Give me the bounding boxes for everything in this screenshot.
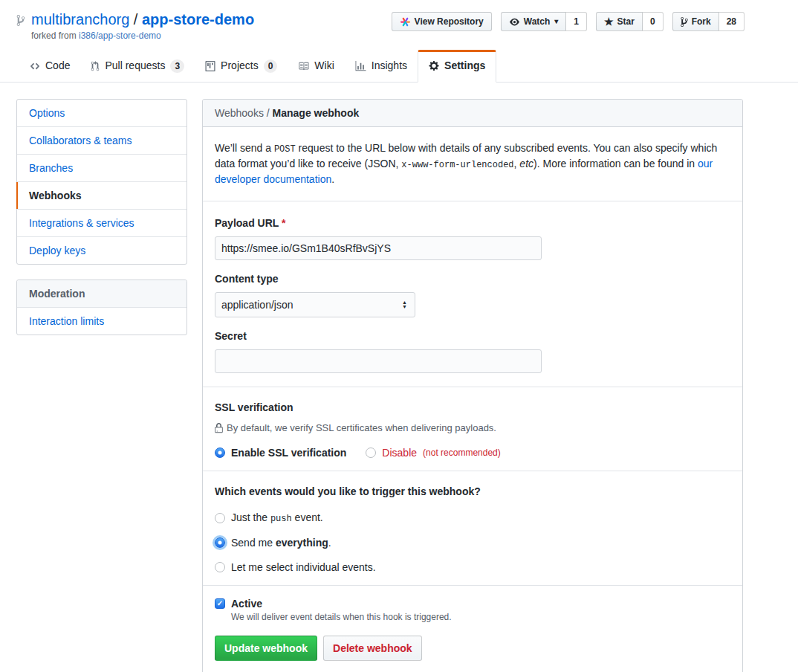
- event-everything-radio[interactable]: [215, 537, 225, 548]
- secret-label: Secret: [215, 329, 730, 343]
- content-type-value: application/json: [221, 299, 293, 311]
- intro-part1: We’ll send a: [215, 142, 274, 154]
- sidebar-item-integrations[interactable]: Integrations & services: [17, 210, 186, 237]
- tab-code[interactable]: Code: [19, 50, 80, 82]
- fork-button[interactable]: Fork: [672, 12, 719, 31]
- settings-menu: Options Collaborators & teams Branches W…: [16, 99, 187, 265]
- intro-code-post: POST: [274, 144, 296, 155]
- tab-insights[interactable]: Insights: [345, 50, 418, 82]
- star-icon: ★: [604, 17, 614, 26]
- tab-projects-label: Projects: [221, 59, 259, 73]
- smee-icon: [400, 16, 411, 28]
- active-checkbox[interactable]: [215, 598, 225, 609]
- eye-icon: [509, 17, 520, 27]
- tab-wiki-label: Wiki: [314, 59, 334, 73]
- repo-header: multibranchorg / app-store-demo forked f…: [0, 0, 798, 83]
- event-everything-part1: Send me: [231, 537, 276, 549]
- tab-code-label: Code: [45, 59, 70, 73]
- content-type-select[interactable]: application/json ▲▼: [215, 292, 415, 317]
- ssl-disable-radio[interactable]: [366, 448, 376, 458]
- projects-counter: 0: [264, 59, 278, 73]
- repo-owner-link[interactable]: multibranchorg: [31, 11, 129, 28]
- delete-webhook-button[interactable]: Delete webhook: [323, 636, 422, 661]
- moderation-heading: Moderation: [17, 280, 186, 308]
- tab-pull-requests-label: Pull requests: [105, 59, 165, 73]
- ssl-disable-note: (not recommended): [423, 448, 501, 458]
- sidebar-item-interaction-limits[interactable]: Interaction limits: [17, 308, 186, 335]
- active-section: Active We will deliver event details whe…: [203, 586, 742, 672]
- active-option[interactable]: Active: [215, 598, 730, 610]
- watch-count[interactable]: 1: [566, 12, 587, 31]
- payload-url-label: Payload URL *: [215, 216, 730, 230]
- breadcrumb-separator: /: [264, 107, 273, 119]
- ssl-section: SSL verification By default, we verify S…: [203, 387, 742, 471]
- view-repository-label: View Repository: [415, 15, 484, 28]
- event-individual-label: Let me select individual events.: [231, 561, 376, 573]
- sidebar-item-webhooks[interactable]: Webhooks: [17, 182, 186, 210]
- event-option-push[interactable]: Just the push event.: [215, 511, 730, 524]
- watch-button[interactable]: Watch ▾: [501, 12, 567, 31]
- repo-name-link[interactable]: app-store-demo: [142, 11, 254, 28]
- event-individual-radio[interactable]: [215, 562, 225, 572]
- event-everything-label: Send me everything.: [231, 537, 331, 549]
- content-type-group: Content type application/json ▲▼: [215, 272, 730, 317]
- sidebar-item-deploy-keys[interactable]: Deploy keys: [17, 237, 186, 264]
- forked-from-note: forked from i386/app-store-demo: [31, 30, 254, 41]
- payload-url-input[interactable]: [215, 236, 542, 260]
- star-count[interactable]: 0: [643, 12, 664, 31]
- star-button[interactable]: ★ Star: [596, 12, 643, 31]
- event-option-individual[interactable]: Let me select individual events.: [215, 561, 730, 573]
- events-section: Which events would you like to trigger t…: [203, 471, 742, 586]
- forked-from-link[interactable]: i386/app-store-demo: [79, 30, 161, 41]
- repo-title-separator: /: [129, 11, 142, 28]
- event-everything-bold: everything: [276, 537, 328, 549]
- tab-projects[interactable]: Projects 0: [195, 50, 288, 82]
- select-arrows-icon: ▲▼: [402, 300, 407, 309]
- sidebar-item-collaborators[interactable]: Collaborators & teams: [17, 127, 186, 155]
- sidebar-item-options[interactable]: Options: [17, 100, 186, 127]
- event-push-part2: event.: [292, 511, 323, 523]
- ssl-disable-label: Disable: [382, 447, 417, 459]
- settings-sidebar: Options Collaborators & teams Branches W…: [16, 99, 187, 335]
- tab-settings[interactable]: Settings: [418, 50, 496, 83]
- star-label: Star: [617, 15, 635, 28]
- required-asterisk: *: [282, 217, 285, 229]
- fork-group: Fork 28: [672, 12, 745, 31]
- breadcrumb-webhooks-link[interactable]: Webhooks: [215, 107, 264, 119]
- intro-part5: .: [331, 173, 334, 185]
- tab-wiki[interactable]: Wiki: [288, 50, 344, 82]
- secret-input[interactable]: [215, 349, 542, 373]
- events-question: Which events would you like to trigger t…: [215, 485, 730, 499]
- url-form-section: Payload URL * Content type application/j…: [203, 201, 742, 387]
- event-push-radio[interactable]: [215, 513, 225, 523]
- sidebar-item-branches[interactable]: Branches: [17, 155, 186, 182]
- payload-url-group: Payload URL *: [215, 216, 730, 260]
- intro-part4: ). More information can be found in: [533, 158, 698, 169]
- update-webhook-button[interactable]: Update webhook: [215, 636, 317, 661]
- fork-count[interactable]: 28: [719, 12, 745, 31]
- view-repository-button[interactable]: View Repository: [392, 12, 492, 31]
- tab-settings-label: Settings: [444, 59, 485, 73]
- ssl-note-text: By default, we verify SSL certificates w…: [227, 422, 496, 433]
- intro-section: We’ll send a POST request to the URL bel…: [203, 127, 742, 201]
- insights-icon: [355, 61, 366, 71]
- gear-icon: [429, 60, 439, 71]
- repo-nav: Code Pull requests 3 Projects 0 Wiki: [0, 50, 798, 83]
- breadcrumb-current: Manage webhook: [273, 107, 360, 119]
- payload-url-label-text: Payload URL: [215, 217, 279, 229]
- event-push-part1: Just the: [231, 511, 270, 523]
- moderation-menu: Moderation Interaction limits: [16, 280, 187, 335]
- code-icon: [30, 61, 40, 71]
- forked-from-prefix: forked from: [31, 30, 79, 41]
- content-type-label: Content type: [215, 272, 730, 286]
- tab-pull-requests[interactable]: Pull requests 3: [80, 50, 195, 82]
- ssl-enable-radio[interactable]: [215, 448, 225, 458]
- projects-icon: [205, 61, 215, 71]
- ssl-disable-option[interactable]: Disable (not recommended): [366, 447, 500, 459]
- event-option-everything[interactable]: Send me everything.: [215, 537, 730, 549]
- repo-forked-icon: [16, 14, 25, 41]
- event-push-label: Just the push event.: [231, 511, 323, 524]
- star-group: ★ Star 0: [596, 12, 664, 31]
- pull-requests-counter: 3: [170, 59, 184, 73]
- ssl-enable-option[interactable]: Enable SSL verification: [215, 447, 346, 459]
